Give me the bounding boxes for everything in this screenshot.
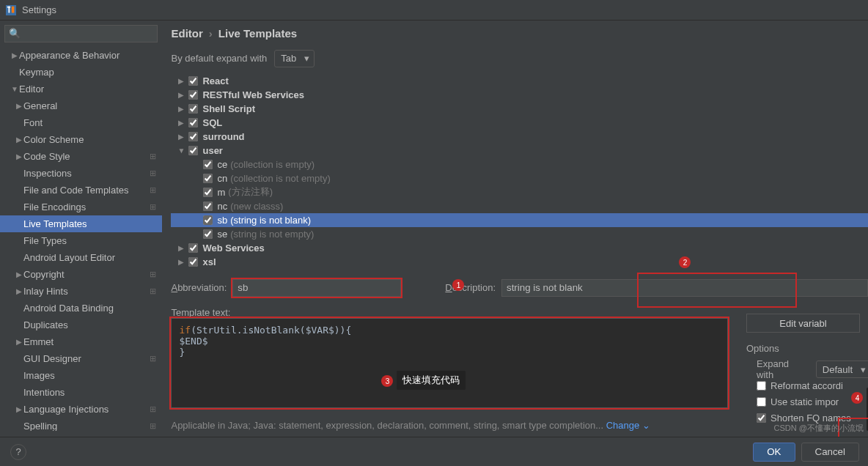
shorten-fq-label: Shorten FQ names <box>770 413 851 424</box>
sidebar-item-keymap[interactable]: Keymap <box>0 64 162 81</box>
titlebar: Settings <box>0 0 868 21</box>
sidebar-item-inspections[interactable]: Inspections⊞ <box>0 165 162 182</box>
options-title: Options <box>746 343 868 354</box>
template-sb[interactable]: sb (string is not blank) <box>171 213 868 227</box>
reformat-checkbox[interactable] <box>757 381 766 391</box>
abbreviation-label: Abbreviation: <box>171 282 227 293</box>
template-group-react[interactable]: ▶React <box>171 74 868 88</box>
template-group-restful-web-services[interactable]: ▶RESTful Web Services <box>171 88 868 102</box>
cancel-button[interactable]: Cancel <box>801 443 860 462</box>
template-group-user[interactable]: ▼user <box>171 144 868 158</box>
template-se[interactable]: se (string is not empty) <box>171 227 868 241</box>
watermark: CSDN @不懂事的小流氓 <box>774 423 864 434</box>
template-group-xsl[interactable]: ▶xsl <box>171 255 868 269</box>
settings-tree[interactable]: ▶Appearance & BehaviorKeymap▼Editor▶Gene… <box>0 47 162 431</box>
template-nc[interactable]: nc (new classs) <box>171 199 868 213</box>
svg-rect-2 <box>9 6 10 12</box>
window-title: Settings <box>22 4 56 15</box>
sidebar-item-android-data-binding[interactable]: Android Data Binding <box>0 300 162 317</box>
expand-select[interactable]: Tab <box>274 50 315 67</box>
breadcrumb: Editor›Live Templates <box>171 21 868 45</box>
template-m[interactable]: m (方法注释) <box>171 185 868 199</box>
template-cn[interactable]: cn (collection is not empty) <box>171 171 868 185</box>
template-tree[interactable]: ▶React▶RESTful Web Services▶Shell Script… <box>171 74 868 269</box>
sidebar-item-images[interactable]: Images <box>0 367 162 384</box>
sidebar-item-duplicates[interactable]: Duplicates <box>0 317 162 333</box>
redbox-desc <box>639 274 795 306</box>
sidebar-item-live-templates[interactable]: Live Templates <box>0 215 162 232</box>
search-icon: 🔍 <box>9 28 21 39</box>
expand-with-select[interactable]: Default <box>816 360 868 378</box>
sidebar-item-gui-designer[interactable]: GUI Designer⊞ <box>0 350 162 367</box>
change-link[interactable]: Change ⌄ <box>606 420 650 431</box>
static-import-label: Use static impor <box>770 396 839 407</box>
svg-rect-3 <box>12 6 15 12</box>
settings-sidebar: 🔍 ▶Appearance & BehaviorKeymap▼Editor▶Ge… <box>0 21 162 431</box>
template-group-sql[interactable]: ▶SQL <box>171 116 868 130</box>
sidebar-item-language-injections[interactable]: ▶Language Injections⊞ <box>0 401 162 418</box>
sidebar-item-android-layout-editor[interactable]: Android Layout Editor <box>0 249 162 266</box>
sidebar-item-copyright[interactable]: ▶Copyright⊞ <box>0 266 162 283</box>
help-button[interactable]: ? <box>10 444 26 460</box>
callout-3-text: 快速填充代码 <box>397 371 466 390</box>
abbreviation-input[interactable] <box>232 279 401 297</box>
applicable-text: Applicable in Java; Java: statement, exp… <box>171 420 603 431</box>
static-import-checkbox[interactable] <box>757 397 766 407</box>
sidebar-item-file-and-code-templates[interactable]: File and Code Templates⊞ <box>0 182 162 199</box>
sidebar-item-font[interactable]: Font <box>0 114 162 131</box>
template-group-surround[interactable]: ▶surround <box>171 130 868 144</box>
template-group-web-services[interactable]: ▶Web Services <box>171 241 868 255</box>
sidebar-item-file-types[interactable]: File Types <box>0 232 162 249</box>
sidebar-item-inlay-hints[interactable]: ▶Inlay Hints⊞ <box>0 283 162 300</box>
sidebar-item-intentions[interactable]: Intentions <box>0 384 162 401</box>
template-group-shell-script[interactable]: ▶Shell Script <box>171 102 868 116</box>
settings-search-input[interactable] <box>4 25 158 42</box>
expand-label: By default expand with <box>171 53 267 64</box>
expand-with-label: Expand with <box>757 358 803 380</box>
sidebar-item-general[interactable]: ▶General <box>0 97 162 114</box>
ok-button[interactable]: OK <box>753 443 795 462</box>
sidebar-item-emmet[interactable]: ▶Emmet <box>0 333 162 350</box>
sidebar-item-code-style[interactable]: ▶Code Style⊞ <box>0 148 162 165</box>
sidebar-item-color-scheme[interactable]: ▶Color Scheme <box>0 131 162 148</box>
template-text-editor[interactable]: if(StrUtil.isNotBlank($VAR$)){ $END$ } <box>171 318 728 408</box>
footer: ? OK Cancel <box>0 437 868 466</box>
sidebar-item-file-encodings[interactable]: File Encodings⊞ <box>0 199 162 215</box>
edit-variables-button[interactable]: Edit variabl <box>746 314 860 333</box>
sidebar-item-appearance-behavior[interactable]: ▶Appearance & Behavior <box>0 47 162 64</box>
template-ce[interactable]: ce (collection is empty) <box>171 158 868 171</box>
intellij-icon <box>6 5 16 15</box>
shorten-fq-checkbox[interactable] <box>757 413 766 423</box>
content-area: Editor›Live Templates By default expand … <box>162 21 868 431</box>
reformat-label: Reformat accordi <box>770 380 843 391</box>
sidebar-item-editor[interactable]: ▼Editor <box>0 81 162 97</box>
sidebar-item-spelling[interactable]: Spelling⊞ <box>0 418 162 431</box>
